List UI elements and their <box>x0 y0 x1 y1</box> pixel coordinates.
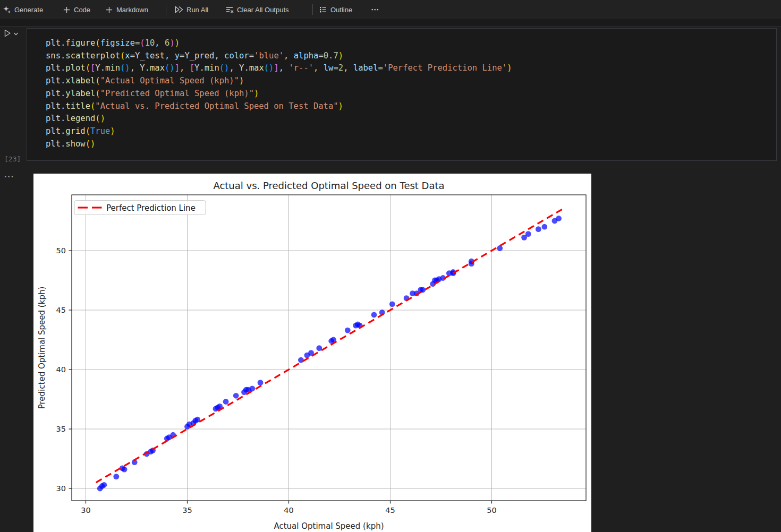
svg-text:40: 40 <box>284 506 293 514</box>
clear-all-outputs-button[interactable]: Clear All Outputs <box>225 0 289 19</box>
add-markdown-button[interactable]: Markdown <box>105 0 148 19</box>
svg-text:Perfect Prediction Line: Perfect Prediction Line <box>106 203 196 213</box>
svg-text:40: 40 <box>56 365 66 374</box>
ellipsis-icon: ⋯ <box>371 5 379 14</box>
execution-count: [23] <box>4 155 21 163</box>
svg-text:45: 45 <box>56 306 66 314</box>
outline-label: Outline <box>330 6 352 14</box>
svg-text:35: 35 <box>182 506 192 514</box>
svg-text:Predicted Optimal Speed (kph): Predicted Optimal Speed (kph) <box>37 287 47 409</box>
vscode-notebook: Generate Code Markdown Run All <box>0 0 781 532</box>
run-cell-button[interactable] <box>3 29 19 38</box>
plot-output-image: 30354045503035404550Perfect Prediction L… <box>33 174 591 532</box>
toolbar-separator <box>0 19 781 27</box>
svg-text:45: 45 <box>385 506 395 514</box>
svg-text:Actual vs. Predicted Optimal S: Actual vs. Predicted Optimal Speed on Te… <box>213 180 444 191</box>
generate-button[interactable]: Generate <box>3 0 43 19</box>
add-code-button[interactable]: Code <box>63 0 90 19</box>
svg-text:50: 50 <box>487 506 496 514</box>
scatter-chart: 30354045503035404550Perfect Prediction L… <box>33 174 591 532</box>
outline-button[interactable]: Outline <box>319 0 352 19</box>
add-markdown-label: Markdown <box>116 6 148 14</box>
output-more-button[interactable]: ··· <box>4 173 14 181</box>
svg-text:35: 35 <box>56 425 66 433</box>
run-all-label: Run All <box>186 6 208 14</box>
generate-label: Generate <box>14 6 43 14</box>
clear-all-icon <box>225 5 234 14</box>
toolbar-divider <box>166 4 166 15</box>
svg-text:30: 30 <box>81 506 90 514</box>
outline-icon <box>319 5 327 14</box>
clear-all-outputs-label: Clear All Outputs <box>237 6 289 14</box>
cell-code[interactable]: plt.figure(figsize=(10, 6))sns.scatterpl… <box>46 37 512 150</box>
plus-icon <box>105 6 113 14</box>
sparkle-icon <box>3 5 11 14</box>
svg-text:50: 50 <box>56 246 66 255</box>
add-code-label: Code <box>74 6 90 14</box>
toolbar-more-button[interactable]: ⋯ <box>371 0 379 19</box>
play-icon <box>3 29 12 38</box>
svg-text:30: 30 <box>56 484 66 493</box>
chevron-down-icon <box>13 29 19 38</box>
toolbar-divider <box>312 4 313 15</box>
run-all-icon <box>174 5 183 14</box>
run-all-button[interactable]: Run All <box>174 0 208 19</box>
notebook-toolbar: Generate Code Markdown Run All <box>0 0 781 19</box>
plus-icon <box>63 6 71 14</box>
svg-text:Actual Optimal Speed (kph): Actual Optimal Speed (kph) <box>274 521 384 531</box>
